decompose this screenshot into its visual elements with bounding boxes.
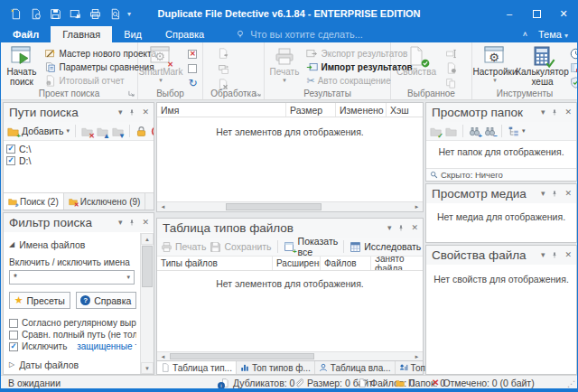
- rename-selected-button[interactable]: [443, 47, 458, 61]
- find-prev-button[interactable]: −: [484, 126, 496, 137]
- scroll-right-icon[interactable]: ►: [411, 202, 423, 211]
- lock-paths-button[interactable]: [135, 126, 147, 137]
- search-project-dialog-launcher[interactable]: [128, 90, 135, 97]
- scroll-left-icon[interactable]: ◄: [157, 202, 169, 211]
- scroll-thumb[interactable]: [142, 246, 153, 287]
- pin-icon[interactable]: [128, 108, 135, 117]
- close-panel-icon[interactable]: ✕: [142, 108, 149, 117]
- scroll-thumb[interactable]: [170, 353, 314, 359]
- column-extension[interactable]: Расширение: [273, 257, 321, 270]
- exclude-protected-option[interactable]: Исключить защищенные типы фа: [9, 341, 136, 352]
- export-window-button[interactable]: [68, 6, 82, 21]
- new-project-button[interactable]: [8, 6, 23, 21]
- close-panel-icon[interactable]: ✕: [142, 219, 149, 227]
- file-types-header[interactable]: Таблица типов файлов ▾ ✕: [157, 219, 423, 238]
- presets-button[interactable]: ★ Пресеты: [9, 292, 70, 309]
- close-panel-icon[interactable]: ✕: [564, 251, 572, 259]
- print-button[interactable]: [88, 6, 102, 21]
- folder-view-header[interactable]: Просмотр папок ▾ ✕: [426, 103, 576, 122]
- tab-help[interactable]: Справка: [154, 26, 216, 42]
- remove-path-button[interactable]: ✕: [81, 126, 93, 137]
- new-selected-button[interactable]: [443, 61, 458, 75]
- tab-excluded-paths[interactable]: ✕ Исключено (9): [64, 193, 146, 210]
- column-size[interactable]: Размер: [286, 103, 336, 117]
- block-paths-button[interactable]: [151, 126, 154, 137]
- settings-button[interactable]: ⚙ Настройки ▾: [474, 45, 516, 83]
- protected-types-link[interactable]: защищенные типы фа: [77, 341, 136, 351]
- pin-icon[interactable]: [128, 219, 135, 227]
- tab-file-types-table[interactable]: Таблица тип...: [157, 361, 237, 374]
- unmark-all-button[interactable]: ✕: [185, 47, 200, 61]
- uncheck-folder-button[interactable]: [445, 126, 457, 137]
- column-file-types[interactable]: Типы файлов: [157, 257, 273, 270]
- qat-menu-caret-icon[interactable]: ▾: [127, 10, 131, 18]
- search-filter-header[interactable]: Фильтр поиска ▾ ✕: [4, 213, 154, 232]
- tab-top-file-types[interactable]: Топ типов ф...: [237, 361, 315, 374]
- scroll-up-icon[interactable]: ▲: [141, 233, 154, 245]
- clear-marks-button[interactable]: [185, 61, 200, 75]
- print-preview-button[interactable]: [107, 6, 122, 21]
- panel-menu-caret-icon[interactable]: ▾: [541, 190, 545, 198]
- tab-owners-table[interactable]: Таблица вла...: [315, 361, 396, 374]
- column-occupied[interactable]: Занято файла: [371, 257, 423, 270]
- start-search-button[interactable]: Начатьпоиск: [3, 45, 41, 87]
- regex-checkbox[interactable]: [9, 319, 18, 328]
- pin-icon[interactable]: [397, 224, 405, 232]
- path-row[interactable]: C:\: [4, 143, 154, 154]
- scroll-down-icon[interactable]: ▼: [141, 362, 154, 374]
- tab-search-paths[interactable]: ⌕ Поиск (2): [4, 193, 64, 210]
- close-button[interactable]: ✕: [550, 1, 577, 26]
- report-info-button[interactable]: !: [569, 61, 578, 75]
- hash-calculator-button[interactable]: Калькуляторхеша: [519, 45, 564, 87]
- maximize-button[interactable]: [523, 1, 550, 26]
- exclude-protected-checkbox[interactable]: [9, 342, 18, 351]
- pin-icon[interactable]: [551, 251, 558, 259]
- file-names-section-header[interactable]: ◢ Имена файлов: [9, 238, 136, 251]
- tell-me-search[interactable]: Что вы хотите сделать...: [236, 26, 363, 42]
- panel-menu-caret-icon[interactable]: ▾: [118, 219, 123, 227]
- close-panel-icon[interactable]: ✕: [411, 224, 418, 232]
- panel-menu-caret-icon[interactable]: ▾: [387, 224, 392, 232]
- scroll-thumb[interactable]: [226, 203, 322, 210]
- column-name[interactable]: Имя: [157, 103, 286, 117]
- path-row[interactable]: D:\: [4, 154, 154, 166]
- column-files[interactable]: Файлов: [321, 257, 371, 270]
- theme-selector[interactable]: Тема ▾: [538, 29, 568, 40]
- properties-button[interactable]: Свойства: [396, 45, 436, 78]
- title-bar[interactable]: Duplicate File Detective v6.1.84 - ENTER…: [1, 1, 577, 26]
- minimize-button[interactable]: –: [496, 1, 523, 26]
- scheduler-button[interactable]: [569, 47, 578, 61]
- pin-icon[interactable]: [551, 108, 558, 117]
- media-view-header[interactable]: Просмотр медиа ▾ ✕: [426, 184, 576, 203]
- print-results-button[interactable]: Печать ▾: [266, 45, 303, 83]
- scroll-left-icon[interactable]: ◄: [157, 352, 169, 360]
- collapse-ribbon-button[interactable]: ˄: [523, 30, 527, 39]
- open-project-button[interactable]: [28, 6, 42, 21]
- path-checkbox[interactable]: [6, 145, 15, 154]
- full-path-option[interactable]: Сравн. полный путь (не только и: [9, 329, 136, 341]
- full-path-checkbox[interactable]: [9, 331, 18, 340]
- smartmark-button[interactable]: ⚙ ✕ SmartMark ▾: [140, 45, 182, 83]
- name-pattern-combobox[interactable]: * ▾: [9, 270, 135, 285]
- explore-types-button[interactable]: Исследовать: [350, 241, 421, 253]
- copy-files-button[interactable]: [216, 47, 230, 61]
- move-path-down-button[interactable]: ▼: [112, 126, 124, 137]
- panel-menu-caret-icon[interactable]: ▾: [541, 251, 545, 259]
- folder-view-hidden-row[interactable]: Скрыто: Ничего: [426, 168, 576, 181]
- save-types-button[interactable]: Сохранить: [210, 241, 271, 253]
- regex-option[interactable]: Согласно регулярному выражени: [9, 317, 136, 329]
- close-panel-icon[interactable]: ✕: [564, 190, 572, 198]
- scroll-right-icon[interactable]: ►: [411, 352, 423, 360]
- column-modified[interactable]: Изменено: [336, 103, 387, 117]
- filter-scrollbar[interactable]: ▲ ▼: [140, 233, 154, 374]
- find-next-button[interactable]: +: [469, 126, 480, 137]
- panel-menu-caret-icon[interactable]: ▾: [118, 108, 123, 117]
- add-path-button[interactable]: + Добавить ▾: [7, 126, 70, 137]
- processing-dialog-launcher[interactable]: [255, 90, 261, 97]
- check-folder-button[interactable]: ✓: [430, 126, 442, 137]
- show-all-types-button[interactable]: + Показать все: [284, 236, 339, 257]
- path-checkbox[interactable]: [6, 156, 15, 165]
- help-button[interactable]: ? Справка: [76, 292, 137, 309]
- pin-icon[interactable]: [551, 190, 558, 198]
- tab-home[interactable]: Главная: [51, 26, 112, 42]
